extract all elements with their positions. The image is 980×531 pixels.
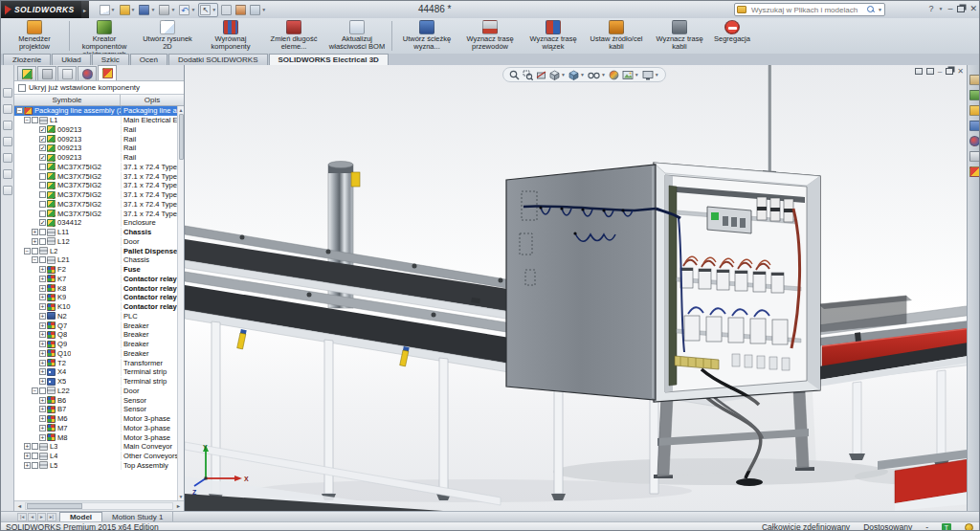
component-checkbox[interactable] bbox=[39, 387, 46, 394]
component-checkbox[interactable]: ✓ bbox=[39, 144, 46, 151]
component-checkbox[interactable] bbox=[39, 201, 46, 208]
display-style-icon[interactable]: ▼ bbox=[568, 70, 585, 80]
component-checkbox[interactable]: ✓ bbox=[39, 219, 46, 226]
panel-tab-electrical-manager[interactable] bbox=[98, 65, 117, 80]
change-length-button[interactable]: Zmień długość eleme... bbox=[262, 19, 325, 53]
tree-row[interactable]: +B6Sensor bbox=[14, 395, 184, 405]
tree-row[interactable]: +X4Terminal strip bbox=[14, 367, 184, 377]
section-view-icon[interactable] bbox=[536, 70, 546, 80]
tree-row[interactable]: +Q7Breaker bbox=[14, 321, 184, 330]
drawing-2d-button[interactable]: Utwórz rysunek 2D bbox=[136, 19, 199, 53]
tree-row[interactable]: +Q9Breaker bbox=[14, 340, 184, 349]
caret-icon[interactable]: ▼ bbox=[635, 72, 639, 77]
scrollbar-thumb[interactable] bbox=[179, 114, 184, 160]
caret-icon[interactable]: ▼ bbox=[150, 7, 155, 12]
logo-overflow-caret[interactable]: ▸ bbox=[81, 1, 89, 18]
scroll-right-icon[interactable]: ► bbox=[174, 503, 183, 509]
tree-row[interactable]: MC37X75IG237.1 x 72.4 Type MC Me bbox=[14, 181, 184, 190]
custom-properties-icon[interactable] bbox=[969, 151, 980, 162]
component-checkbox[interactable] bbox=[32, 248, 38, 254]
tree-row[interactable]: MC37X75IG237.1 x 72.4 Type MC Me bbox=[14, 200, 184, 210]
tab-oce-[interactable]: Oceń bbox=[130, 54, 167, 65]
search-input[interactable] bbox=[749, 5, 864, 15]
search-caret-icon[interactable]: ▼ bbox=[878, 7, 882, 12]
doc-restore-button[interactable] bbox=[946, 68, 953, 75]
tree-row[interactable]: −L2Pallet Dispenser bbox=[14, 246, 184, 255]
expand-icon[interactable]: + bbox=[24, 462, 31, 469]
tree-row[interactable]: +B7Sensor bbox=[14, 405, 184, 414]
doc-minimize-button[interactable]: – bbox=[938, 67, 942, 76]
search-icon[interactable] bbox=[867, 6, 875, 13]
tab-nav-0[interactable]: |◂ bbox=[17, 513, 27, 521]
route-cables-button[interactable]: Wyznacz trasę kabli bbox=[648, 19, 711, 53]
side-tool-7-icon[interactable] bbox=[3, 186, 12, 195]
collapse-icon[interactable]: − bbox=[16, 107, 23, 114]
projects-manager-button[interactable]: Menedżer projektów bbox=[3, 19, 66, 53]
tree-row[interactable]: +T2Transformer bbox=[14, 358, 184, 367]
expand-icon[interactable]: + bbox=[39, 313, 46, 320]
file-explorer-icon[interactable] bbox=[969, 105, 980, 116]
scrollbar-thumb[interactable] bbox=[27, 503, 82, 509]
zoom-fit-icon[interactable] bbox=[509, 70, 520, 80]
tree-row[interactable]: +M7Motor 3-phase bbox=[14, 424, 184, 433]
expand-icon[interactable]: + bbox=[39, 425, 46, 431]
tree-row[interactable]: −L21Chassis bbox=[14, 255, 184, 265]
component-checkbox[interactable] bbox=[39, 210, 46, 217]
hide-show-items-icon[interactable]: ▼ bbox=[588, 70, 606, 80]
route-wires-button[interactable]: Wyznacz trasę przewodów bbox=[458, 19, 522, 53]
search-box[interactable]: ▼ bbox=[734, 3, 885, 16]
scroll-down-icon[interactable]: ▼ bbox=[179, 493, 184, 500]
tree-row[interactable]: −Packaging line assembly (2...Packaging … bbox=[14, 106, 184, 116]
tree-row[interactable]: ✓034412Enclosure bbox=[14, 218, 184, 228]
update-bom-button[interactable]: Aktualizuj właściwości BOM bbox=[325, 19, 389, 53]
side-tool-3-icon[interactable] bbox=[3, 121, 12, 130]
tree-horizontal-scrollbar[interactable]: ◄ ► bbox=[14, 500, 184, 511]
pane-right-icon[interactable] bbox=[926, 68, 934, 75]
tab-nav-1[interactable]: ◂ bbox=[28, 513, 36, 521]
electrical-manager-icon[interactable] bbox=[969, 166, 980, 177]
expand-icon[interactable]: + bbox=[39, 415, 46, 422]
side-tool-6-icon[interactable] bbox=[3, 169, 12, 179]
tree-vertical-scrollbar[interactable]: ▲ ▼ bbox=[177, 106, 184, 500]
tab-dodatki-solidworks[interactable]: Dodatki SOLIDWORKS bbox=[168, 54, 268, 65]
caret-icon[interactable]: ▼ bbox=[261, 7, 266, 12]
expand-icon[interactable]: + bbox=[39, 303, 46, 310]
tree-row[interactable]: +M8Motor 3-phase bbox=[14, 432, 184, 442]
create-path-button[interactable]: Utwórz ścieżkę wyzna... bbox=[395, 19, 458, 53]
caret-icon[interactable]: ▼ bbox=[655, 72, 659, 77]
component-checkbox[interactable] bbox=[32, 443, 38, 450]
model-tab-model[interactable]: Model bbox=[59, 512, 102, 521]
component-checkbox[interactable] bbox=[39, 164, 46, 170]
tree-row[interactable]: −L1Main Electrical Enclosur bbox=[14, 116, 184, 125]
tab-nav-2[interactable]: ▸ bbox=[37, 513, 46, 521]
tree-row[interactable]: +K9Contactor relay bbox=[14, 293, 184, 302]
restore-button[interactable] bbox=[957, 6, 965, 12]
collapse-icon[interactable]: − bbox=[32, 256, 38, 263]
panel-tab-cabinet-layout[interactable] bbox=[37, 66, 56, 80]
component-checkbox[interactable]: ✓ bbox=[39, 136, 46, 143]
expand-icon[interactable]: + bbox=[39, 368, 46, 375]
caret-icon[interactable]: ▼ bbox=[212, 7, 216, 12]
view-orientation-icon[interactable]: ▼ bbox=[549, 70, 566, 80]
column-header-symbols[interactable]: Symbole bbox=[14, 95, 121, 105]
cable-origin-button[interactable]: Ustaw źródło/cel kabli bbox=[585, 19, 648, 53]
tree-row[interactable]: ✓009213Rail bbox=[14, 153, 184, 163]
tree-row[interactable]: +L12Door bbox=[14, 237, 184, 247]
interference-check-button[interactable] bbox=[220, 4, 233, 16]
help-caret-icon[interactable]: ▼ bbox=[938, 3, 943, 14]
caret-icon[interactable]: ▼ bbox=[580, 72, 585, 77]
tree-row[interactable]: ✓009213Rail bbox=[14, 134, 184, 144]
expand-icon[interactable]: + bbox=[39, 276, 46, 282]
scroll-left-icon[interactable]: ◄ bbox=[15, 503, 24, 509]
component-checkbox[interactable]: ✓ bbox=[39, 126, 46, 133]
component-checkbox[interactable] bbox=[39, 182, 46, 188]
expand-icon[interactable]: + bbox=[39, 434, 46, 441]
collapse-icon[interactable]: − bbox=[24, 117, 31, 123]
component-checkbox[interactable] bbox=[39, 229, 46, 235]
tree-row[interactable]: −L22Door bbox=[14, 387, 184, 396]
component-checkbox[interactable] bbox=[39, 191, 46, 198]
print-button[interactable]: ▼ bbox=[158, 4, 176, 16]
collapse-icon[interactable]: − bbox=[32, 387, 38, 394]
caret-icon[interactable]: ▼ bbox=[601, 72, 606, 77]
expand-icon[interactable]: + bbox=[24, 443, 31, 450]
